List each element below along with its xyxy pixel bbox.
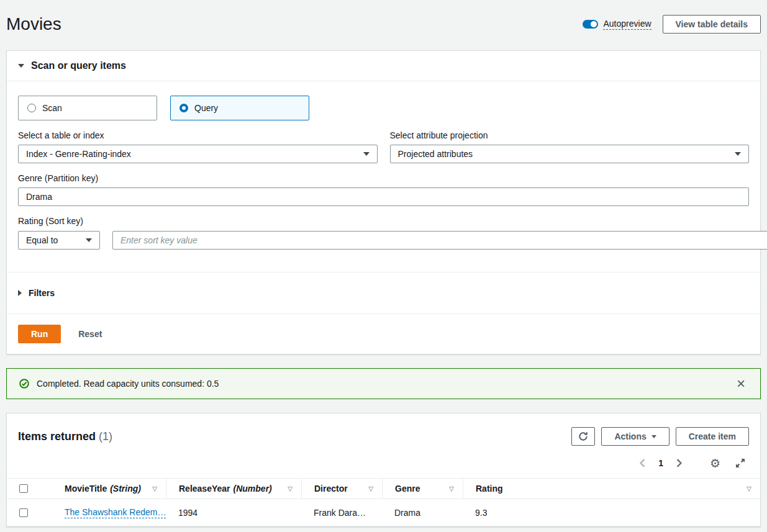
releaseyear-value: 1994 xyxy=(178,508,197,518)
items-table: MovieTitle (String) ▽ ReleaseYear (Numbe… xyxy=(7,478,760,526)
column-name: MovieTitle xyxy=(65,484,107,494)
close-icon[interactable]: × xyxy=(734,379,748,389)
query-panel: Scan or query items Scan Query Select a … xyxy=(6,50,761,354)
view-table-details-button[interactable]: View table details xyxy=(663,15,761,34)
column-header-director: Director ▽ xyxy=(301,479,382,498)
caret-down-icon xyxy=(86,238,92,242)
fullscreen-button[interactable] xyxy=(732,457,749,469)
autopreview-label: Autopreview xyxy=(603,19,651,30)
sort-key-row: Equal to Sort descending xyxy=(18,230,749,250)
results-title-text: Items returned xyxy=(18,430,96,443)
results-top-row: Items returned (1) Actions Create ite xyxy=(18,427,749,446)
row-checkbox[interactable] xyxy=(19,508,28,517)
query-panel-title: Scan or query items xyxy=(31,60,126,71)
expand-caret-down-icon[interactable] xyxy=(18,64,24,68)
page-header-actions: Autopreview View table details xyxy=(583,15,761,34)
query-panel-body: Scan Query Select a table or index Index… xyxy=(7,81,760,354)
results-buttons: Actions Create item xyxy=(571,427,749,446)
radio-icon[interactable] xyxy=(27,104,36,112)
actions-label: Actions xyxy=(614,431,646,441)
create-item-button[interactable]: Create item xyxy=(676,427,749,446)
column-header-movietitle: MovieTitle (String) ▽ xyxy=(52,479,166,498)
page-header: Movies Autopreview View table details xyxy=(6,0,761,50)
previous-page-button[interactable] xyxy=(635,458,650,469)
column-header-genre: Genre ▽ xyxy=(382,479,463,498)
expand-icon xyxy=(735,458,745,468)
column-filter-caret-icon[interactable]: ▽ xyxy=(449,485,454,492)
page-title: Movies xyxy=(6,14,61,34)
expand-caret-right-icon[interactable] xyxy=(18,290,22,296)
item-link[interactable]: The Shawshank Redem… xyxy=(65,507,166,518)
table-index-field: Select a table or index Index - Genre-Ra… xyxy=(18,120,378,163)
column-type: (String) xyxy=(110,484,141,494)
projection-field: Select attribute projection Projected at… xyxy=(390,120,750,163)
results-panel: Items returned (1) Actions Create ite xyxy=(6,413,761,527)
sort-key-field: Rating (Sort key) Equal to Sort descendi… xyxy=(18,216,749,250)
select-all-cell xyxy=(7,479,52,498)
table-index-label: Select a table or index xyxy=(18,130,378,141)
index-projection-row: Select a table or index Index - Genre-Ra… xyxy=(18,120,749,163)
mode-tile-scan[interactable]: Scan xyxy=(18,96,157,120)
filters-expander[interactable]: Filters xyxy=(18,288,749,298)
sort-operator-select[interactable]: Equal to xyxy=(18,231,100,250)
query-actions-row: Run Reset xyxy=(18,325,749,343)
next-page-button[interactable] xyxy=(672,458,686,469)
movietitle-cell: The Shawshank Redem… xyxy=(52,499,166,526)
toggle-switch-icon[interactable] xyxy=(583,20,598,29)
table-index-value: Index - Genre-Rating-index xyxy=(26,149,131,159)
pagination-row: 1 ⚙ xyxy=(18,454,749,472)
chevron-right-icon xyxy=(676,459,683,467)
current-page-number[interactable]: 1 xyxy=(657,458,665,468)
projection-select[interactable]: Projected attributes xyxy=(390,145,750,163)
column-name: Genre xyxy=(395,484,420,494)
radio-icon-selected[interactable] xyxy=(179,104,188,112)
releaseyear-cell: 1994 xyxy=(166,499,301,526)
column-header-rating: Rating ▽ xyxy=(463,479,760,498)
caret-down-icon xyxy=(363,152,370,156)
table-header-row: MovieTitle (String) ▽ ReleaseYear (Numbe… xyxy=(7,478,760,499)
table-row: The Shawshank Redem… 1994 Frank Dara… Dr… xyxy=(7,499,760,526)
scan-query-mode-group: Scan Query xyxy=(18,96,749,120)
row-select-cell xyxy=(7,499,52,526)
run-button[interactable]: Run xyxy=(18,325,61,343)
divider xyxy=(7,313,760,314)
autopreview-toggle[interactable]: Autopreview xyxy=(583,19,651,30)
select-all-checkbox[interactable] xyxy=(19,484,28,493)
column-filter-caret-icon[interactable]: ▽ xyxy=(288,485,293,492)
sort-operator-value: Equal to xyxy=(26,235,58,245)
sort-key-label: Rating (Sort key) xyxy=(18,216,749,227)
reset-button[interactable]: Reset xyxy=(75,325,106,343)
genre-value: Drama xyxy=(394,508,420,518)
chevron-left-icon xyxy=(639,459,646,467)
column-filter-caret-icon[interactable]: ▽ xyxy=(747,485,751,492)
rating-value: 9.3 xyxy=(475,508,487,518)
caret-down-icon xyxy=(735,152,741,156)
partition-key-input[interactable] xyxy=(18,187,749,206)
column-filter-caret-icon[interactable]: ▽ xyxy=(152,485,157,492)
filters-label: Filters xyxy=(29,288,55,298)
partition-key-label: Genre (Partition key) xyxy=(18,173,749,184)
refresh-icon xyxy=(578,431,588,441)
rating-cell: 9.3 xyxy=(463,499,760,526)
query-panel-header[interactable]: Scan or query items xyxy=(7,51,760,81)
column-header-releaseyear: ReleaseYear (Number) ▽ xyxy=(166,479,301,498)
column-filter-caret-icon[interactable]: ▽ xyxy=(368,485,373,492)
sort-key-input[interactable] xyxy=(112,231,767,250)
mode-tile-query-label: Query xyxy=(194,103,218,113)
mode-tile-query[interactable]: Query xyxy=(170,96,309,120)
column-type: (Number) xyxy=(234,484,272,494)
success-check-circle-icon xyxy=(19,379,29,389)
success-flashbar: Completed. Read capacity units consumed:… xyxy=(6,368,761,399)
divider xyxy=(7,272,760,273)
gear-icon: ⚙ xyxy=(710,458,720,469)
director-cell: Frank Dara… xyxy=(301,499,382,526)
projection-value: Projected attributes xyxy=(398,149,473,159)
director-value: Frank Dara… xyxy=(314,508,366,518)
column-name: ReleaseYear xyxy=(179,484,230,494)
refresh-button[interactable] xyxy=(571,427,595,446)
results-header: Items returned (1) Actions Create ite xyxy=(7,413,760,478)
actions-dropdown-button[interactable]: Actions xyxy=(601,427,669,446)
settings-button[interactable]: ⚙ xyxy=(706,456,724,471)
flash-message: Completed. Read capacity units consumed:… xyxy=(37,379,219,389)
table-index-select[interactable]: Index - Genre-Rating-index xyxy=(18,145,378,163)
